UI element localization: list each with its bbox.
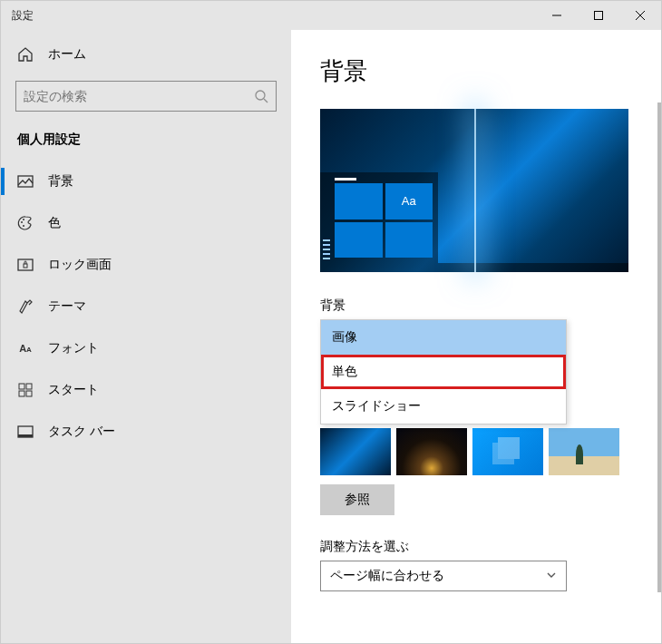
thumbnail[interactable] [549, 428, 619, 475]
background-dropdown-open[interactable]: 画像 単色 スライドショー [320, 319, 567, 424]
nav-label: 背景 [48, 173, 73, 190]
nav-label: 色 [48, 215, 61, 231]
palette-icon [17, 215, 34, 231]
dropdown-option-picture[interactable]: 画像 [321, 320, 566, 355]
svg-point-4 [256, 91, 265, 100]
nav-item-fonts[interactable]: AA フォント [1, 327, 291, 369]
page-title: 背景 [320, 55, 632, 87]
dropdown-option-slideshow[interactable]: スライドショー [321, 389, 566, 424]
settings-window: 設定 ホーム 個人用設定 背景 色 [0, 0, 662, 644]
content-pane: 背景 Aa 背景 画像 単色 スライドショー [291, 30, 661, 643]
lockscreen-icon [17, 257, 34, 273]
dropdown-option-solidcolor[interactable]: 単色 [321, 355, 566, 389]
nav-item-lockscreen[interactable]: ロック画面 [1, 244, 291, 286]
home-icon [17, 46, 34, 63]
home-label: ホーム [48, 46, 86, 63]
nav-item-colors[interactable]: 色 [1, 202, 291, 244]
svg-rect-11 [24, 264, 27, 268]
fit-label: 調整方法を選ぶ [320, 539, 632, 555]
scrollbar[interactable] [657, 102, 661, 592]
nav-item-taskbar[interactable]: タスク バー [1, 411, 291, 453]
window-title: 設定 [1, 8, 536, 24]
window-body: ホーム 個人用設定 背景 色 ロック画面 [1, 30, 661, 643]
thumbnail[interactable] [396, 428, 467, 475]
preview-taskbar [320, 263, 628, 272]
background-label: 背景 [320, 298, 632, 314]
recent-images [320, 428, 632, 475]
search-input[interactable] [24, 89, 254, 103]
fit-value: ページ幅に合わせる [330, 568, 444, 584]
svg-rect-1 [595, 12, 603, 20]
preview-start-menu: Aa [320, 172, 438, 263]
svg-rect-14 [19, 391, 24, 396]
nav-label: フォント [48, 340, 99, 356]
browse-button[interactable]: 参照 [320, 484, 394, 515]
chevron-down-icon [546, 569, 557, 583]
svg-line-5 [264, 99, 268, 102]
close-button[interactable] [619, 1, 661, 30]
svg-rect-17 [18, 434, 33, 437]
nav-item-background[interactable]: 背景 [1, 161, 291, 202]
thumbnail[interactable] [472, 428, 543, 475]
taskbar-icon [17, 424, 34, 440]
maximize-button[interactable] [578, 1, 619, 30]
preview-sample-tile: Aa [385, 183, 433, 220]
svg-point-8 [23, 219, 24, 220]
picture-icon [17, 173, 34, 190]
search-box[interactable] [15, 81, 277, 112]
theme-icon [17, 298, 34, 315]
svg-rect-12 [19, 384, 24, 389]
nav-list: 背景 色 ロック画面 テーマ AA フォント [1, 161, 291, 453]
home-button[interactable]: ホーム [1, 37, 291, 72]
svg-point-9 [23, 225, 24, 227]
nav-item-start[interactable]: スタート [1, 369, 291, 411]
fit-select[interactable]: ページ幅に合わせる [320, 561, 567, 591]
svg-rect-13 [26, 384, 32, 389]
start-icon [17, 382, 34, 398]
titlebar: 設定 [1, 1, 661, 30]
nav-label: スタート [48, 382, 99, 398]
svg-point-7 [21, 221, 23, 223]
nav-label: タスク バー [48, 424, 115, 440]
search-icon [254, 89, 268, 103]
font-icon: AA [17, 340, 34, 356]
sidebar: ホーム 個人用設定 背景 色 ロック画面 [1, 30, 291, 643]
nav-label: テーマ [48, 298, 86, 315]
desktop-preview: Aa [320, 109, 628, 272]
category-title: 個人用設定 [1, 128, 291, 161]
minimize-button[interactable] [536, 1, 578, 30]
thumbnail[interactable] [320, 428, 391, 475]
nav-item-themes[interactable]: テーマ [1, 286, 291, 327]
svg-rect-15 [26, 391, 32, 396]
nav-label: ロック画面 [48, 257, 112, 273]
